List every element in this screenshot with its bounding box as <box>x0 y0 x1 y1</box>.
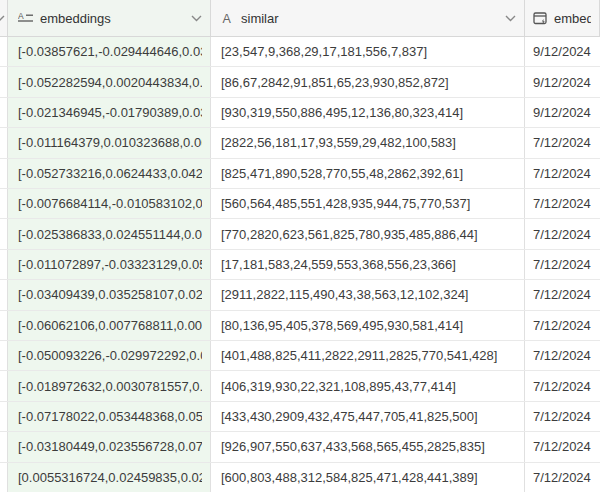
embeddings-cell[interactable]: [-0.025386833,0.024551144,0.03... <box>8 219 211 248</box>
embedding-date-cell-text: 7/12/2024 <box>533 439 591 454</box>
similar-cell-text: [406,319,930,22,321,108,895,43,77,414] <box>221 379 456 394</box>
column-label: similar <box>241 11 279 26</box>
embedding-date-cell-text: 7/12/2024 <box>533 348 591 363</box>
embeddings-cell-text: [-0.07178022,0.053448368,0.052... <box>18 409 202 424</box>
similar-cell[interactable]: [23,547,9,368,29,17,181,556,7,837] <box>211 37 525 66</box>
embeddings-cell[interactable]: [-0.021346945,-0.01790389,0.03... <box>8 98 211 127</box>
similar-cell[interactable]: [433,430,2909,432,475,447,705,41,825,500… <box>211 402 525 431</box>
embedding-date-cell-text: 7/12/2024 <box>533 287 591 302</box>
similar-cell[interactable]: [600,803,488,312,584,825,471,428,441,389… <box>211 463 525 492</box>
table-header-row: A embeddings A similar <box>0 0 600 37</box>
table-row: [-0.050093226,-0.029972292,0.0...[401,48… <box>0 341 600 371</box>
embedding-date-cell[interactable]: 9/12/2024 <box>525 98 600 127</box>
embeddings-cell[interactable]: [-0.06062106,0.007768811,0.007... <box>8 311 211 340</box>
embeddings-cell[interactable]: [-0.052733216,0.0624433,0.0429... <box>8 159 211 188</box>
row-left-sliver-cell <box>0 250 8 279</box>
column-header-embeddings[interactable]: A embeddings <box>8 0 211 36</box>
embedding-date-cell-text: 9/12/2024 <box>533 105 591 120</box>
row-left-sliver-cell <box>0 159 8 188</box>
embeddings-cell-text: [-0.011164379,0.010323688,0.06... <box>18 135 202 150</box>
table-row: [-0.052282594,0.0020443834,0.0...[86,67,… <box>0 67 600 97</box>
row-left-sliver-cell <box>0 341 8 370</box>
similar-cell[interactable]: [825,471,890,528,770,55,48,2862,392,61] <box>211 159 525 188</box>
row-left-sliver-cell <box>0 98 8 127</box>
embeddings-cell[interactable]: [-0.052282594,0.0020443834,0.0... <box>8 67 211 96</box>
embedding-date-cell-text: 9/12/2024 <box>533 44 591 59</box>
embedding-date-cell-text: 7/12/2024 <box>533 409 591 424</box>
similar-cell[interactable]: [80,136,95,405,378,569,495,930,581,414] <box>211 311 525 340</box>
embeddings-cell[interactable]: [-0.03857621,-0.029444646,0.03... <box>8 37 211 66</box>
row-left-sliver-cell <box>0 311 8 340</box>
embeddings-cell[interactable]: [-0.011072897,-0.03323129,0.05... <box>8 250 211 279</box>
similar-cell-text: [86,67,2842,91,851,65,23,930,852,872] <box>221 75 449 90</box>
embedding-date-cell[interactable]: 7/12/2024 <box>525 402 600 431</box>
similar-cell[interactable]: [560,564,485,551,428,935,944,75,770,537] <box>211 189 525 218</box>
embedding-date-cell-text: 7/12/2024 <box>533 379 591 394</box>
table-body: [-0.03857621,-0.029444646,0.03...[23,547… <box>0 37 600 492</box>
embedding-date-cell[interactable]: 7/12/2024 <box>525 250 600 279</box>
embedding-date-cell-text: 7/12/2024 <box>533 470 591 485</box>
similar-cell-text: [2822,56,181,17,93,559,29,482,100,583] <box>221 135 456 150</box>
embedding-date-cell[interactable]: 7/12/2024 <box>525 189 600 218</box>
embedding-date-cell-text: 7/12/2024 <box>533 318 591 333</box>
embedding-date-cell[interactable]: 7/12/2024 <box>525 219 600 248</box>
similar-cell[interactable]: [770,2820,623,561,825,780,935,485,886,44… <box>211 219 525 248</box>
embeddings-cell[interactable]: [0.0055316724,0.02459835,0.028... <box>8 463 211 492</box>
column-header-embedding-date[interactable]: embeddin <box>525 0 600 36</box>
embedding-date-cell[interactable]: 7/12/2024 <box>525 311 600 340</box>
table-row: [-0.025386833,0.024551144,0.03...[770,28… <box>0 219 600 249</box>
table-row: [-0.03180449,0.023556728,0.070...[926,90… <box>0 432 600 462</box>
embedding-date-cell[interactable]: 7/12/2024 <box>525 432 600 461</box>
embeddings-cell[interactable]: [-0.03180449,0.023556728,0.070... <box>8 432 211 461</box>
row-left-sliver-cell <box>0 371 8 400</box>
similar-cell[interactable]: [930,319,550,886,495,12,136,80,323,414] <box>211 98 525 127</box>
embedding-date-cell[interactable]: 9/12/2024 <box>525 37 600 66</box>
column-label: embeddings <box>40 11 111 26</box>
embeddings-cell[interactable]: [-0.03409439,0.035258107,0.023... <box>8 280 211 309</box>
similar-cell[interactable]: [406,319,930,22,321,108,895,43,77,414] <box>211 371 525 400</box>
embeddings-cell[interactable]: [-0.0076684114,-0.010583102,0.... <box>8 189 211 218</box>
similar-cell[interactable]: [926,907,550,637,433,568,565,455,2825,83… <box>211 432 525 461</box>
similar-cell-text: [560,564,485,551,428,935,944,75,770,537] <box>221 196 470 211</box>
column-header-similar[interactable]: A similar <box>211 0 525 36</box>
embeddings-cell-text: [-0.050093226,-0.029972292,0.0... <box>18 348 202 363</box>
embeddings-cell[interactable]: [-0.011164379,0.010323688,0.06... <box>8 128 211 157</box>
similar-cell-text: [433,430,2909,432,475,447,705,41,825,500… <box>221 409 478 424</box>
similar-cell[interactable]: [2822,56,181,17,93,559,29,482,100,583] <box>211 128 525 157</box>
row-left-sliver-cell <box>0 280 8 309</box>
embedding-date-cell-text: 7/12/2024 <box>533 166 591 181</box>
embeddings-cell[interactable]: [-0.050093226,-0.029972292,0.0... <box>8 341 211 370</box>
embeddings-cell-text: [0.0055316724,0.02459835,0.028... <box>18 470 202 485</box>
similar-cell[interactable]: [401,488,825,411,2822,2911,2825,770,541,… <box>211 341 525 370</box>
similar-cell[interactable]: [17,181,583,24,559,553,368,556,23,366] <box>211 250 525 279</box>
similar-cell-text: [770,2820,623,561,825,780,935,485,886,44… <box>221 227 478 242</box>
embedding-date-cell-text: 9/12/2024 <box>533 75 591 90</box>
embedding-date-cell[interactable]: 7/12/2024 <box>525 341 600 370</box>
embedding-date-cell[interactable]: 7/12/2024 <box>525 371 600 400</box>
svg-text:A: A <box>18 12 24 21</box>
embeddings-cell-text: [-0.052282594,0.0020443834,0.0... <box>18 75 202 90</box>
row-left-sliver-cell <box>0 402 8 431</box>
embedding-date-cell-text: 7/12/2024 <box>533 196 591 211</box>
embeddings-cell-text: [-0.03409439,0.035258107,0.023... <box>18 287 202 302</box>
similar-cell-text: [2911,2822,115,490,43,38,563,12,102,324] <box>221 287 468 302</box>
embeddings-cell-text: [-0.03857621,-0.029444646,0.03... <box>18 44 202 59</box>
table-row: [-0.011072897,-0.03323129,0.05...[17,181… <box>0 250 600 280</box>
embedding-date-cell[interactable]: 7/12/2024 <box>525 159 600 188</box>
embeddings-cell-text: [-0.025386833,0.024551144,0.03... <box>18 227 202 242</box>
embedding-date-cell[interactable]: 7/12/2024 <box>525 463 600 492</box>
table-row: [0.0055316724,0.02459835,0.028...[600,80… <box>0 463 600 492</box>
chevron-down-icon[interactable] <box>0 15 5 22</box>
embeddings-cell-text: [-0.0076684114,-0.010583102,0.... <box>18 196 202 211</box>
similar-cell[interactable]: [86,67,2842,91,851,65,23,930,852,872] <box>211 67 525 96</box>
embeddings-cell-text: [-0.021346945,-0.01790389,0.03... <box>18 105 202 120</box>
embedding-date-cell[interactable]: 7/12/2024 <box>525 128 600 157</box>
similar-cell[interactable]: [2911,2822,115,490,43,38,563,12,102,324] <box>211 280 525 309</box>
table-row: [-0.07178022,0.053448368,0.052...[433,43… <box>0 402 600 432</box>
embeddings-cell[interactable]: [-0.018972632,0.0030781557,0.0... <box>8 371 211 400</box>
chevron-down-icon[interactable] <box>505 15 516 22</box>
embedding-date-cell[interactable]: 7/12/2024 <box>525 280 600 309</box>
embedding-date-cell[interactable]: 9/12/2024 <box>525 67 600 96</box>
chevron-down-icon[interactable] <box>191 15 202 22</box>
embeddings-cell[interactable]: [-0.07178022,0.053448368,0.052... <box>8 402 211 431</box>
